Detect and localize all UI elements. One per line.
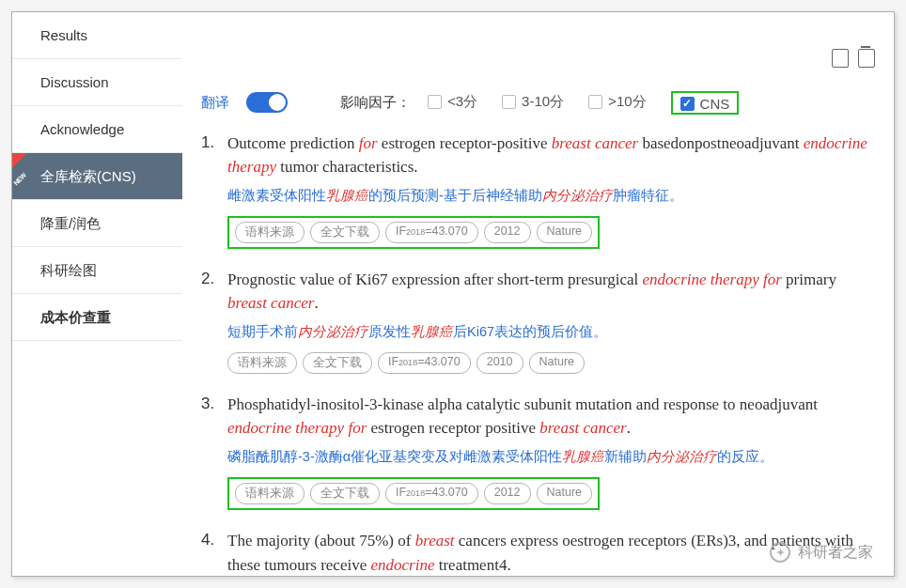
wechat-icon: ✦ — [770, 542, 790, 563]
trash-icon[interactable] — [858, 49, 875, 68]
sidebar: ResultsDiscussionAcknowledge全库检索(CNS)降重/… — [12, 12, 182, 576]
sidebar-item-5[interactable]: 科研绘图 — [12, 247, 182, 294]
result-item: 1.Outcome prediction for estrogen recept… — [201, 132, 875, 249]
app-frame: ResultsDiscussionAcknowledge全库检索(CNS)降重/… — [11, 11, 895, 577]
tag[interactable]: 语料来源 — [235, 222, 305, 243]
result-title[interactable]: Phosphatidyl-inositol-3-kinase alpha cat… — [227, 393, 875, 441]
result-tags: 语料来源全文下载IF2018=43.0702012Nature — [227, 216, 600, 249]
filter-label: <3分 — [447, 93, 477, 111]
result-title[interactable]: Prognostic value of Ki67 expression afte… — [227, 268, 875, 316]
tag[interactable]: IF2018=43.070 — [385, 222, 478, 243]
tag[interactable]: 全文下载 — [310, 222, 380, 243]
sidebar-item-2[interactable]: Acknowledge — [12, 106, 182, 153]
watermark-text: 科研者之家 — [798, 543, 873, 563]
result-title[interactable]: Outcome prediction for estrogen receptor… — [227, 132, 875, 179]
result-translation: 短期手术前内分泌治疗原发性乳腺癌后Ki67表达的预后价值。 — [227, 321, 875, 343]
result-number: 2. — [201, 268, 227, 374]
filter-row: 翻译 影响因子： <3分3-10分>10分✓CNS — [201, 78, 875, 132]
filter-checkbox-1[interactable]: 3-10分 — [502, 93, 564, 111]
translate-toggle[interactable] — [246, 92, 288, 113]
sidebar-item-3[interactable]: 全库检索(CNS) — [12, 153, 182, 200]
top-toolbar — [201, 12, 875, 78]
tag[interactable]: Nature — [537, 483, 593, 504]
tag[interactable]: Nature — [537, 222, 593, 243]
tag[interactable]: IF2018=43.070 — [378, 352, 471, 374]
results-list: 1.Outcome prediction for estrogen recept… — [201, 132, 875, 577]
result-item: 2.Prognostic value of Ki67 expression af… — [201, 268, 875, 374]
sidebar-item-6[interactable]: 成本价查重 — [12, 294, 182, 341]
translate-label: 翻译 — [201, 94, 229, 112]
tag[interactable]: Nature — [529, 352, 586, 374]
tag[interactable]: 2010 — [476, 352, 523, 374]
filter-label: >10分 — [608, 93, 646, 111]
impact-factor-label: 影响因子： — [340, 94, 411, 112]
tag[interactable]: 2012 — [484, 483, 531, 504]
watermark: ✦ 科研者之家 — [770, 542, 873, 563]
tag[interactable]: 全文下载 — [303, 352, 372, 374]
result-tags: 语料来源全文下载IF2018=43.0702012Nature — [227, 477, 600, 510]
copy-icon[interactable] — [832, 49, 849, 68]
result-number: 3. — [201, 393, 227, 510]
tag[interactable]: 全文下载 — [310, 483, 380, 504]
filter-label: 3-10分 — [522, 93, 564, 111]
result-number: 4. — [201, 529, 227, 576]
filter-checkbox-0[interactable]: <3分 — [428, 93, 477, 111]
sidebar-item-4[interactable]: 降重/润色 — [12, 200, 182, 247]
result-translation: 磷脂酰肌醇-3-激酶α催化亚基突变及对雌激素受体阳性乳腺癌新辅助内分泌治疗的反应… — [227, 446, 875, 468]
filter-checkbox-3[interactable]: ✓CNS — [680, 96, 730, 112]
tag[interactable]: 语料来源 — [227, 352, 297, 374]
tag[interactable]: 语料来源 — [235, 483, 305, 504]
sidebar-item-0[interactable]: Results — [12, 12, 182, 59]
main-panel: 翻译 影响因子： <3分3-10分>10分✓CNS 1.Outcome pred… — [182, 12, 894, 576]
filter-label: CNS — [700, 96, 730, 112]
filter-checkbox-2[interactable]: >10分 — [588, 93, 646, 111]
result-translation: 雌激素受体阳性乳腺癌的预后预测-基于后神经辅助内分泌治疗肿瘤特征。 — [227, 185, 875, 207]
tag[interactable]: IF2018=43.070 — [385, 483, 478, 504]
result-tags: 语料来源全文下载IF2018=43.0702010Nature — [227, 352, 875, 374]
result-item: 3.Phosphatidyl-inositol-3-kinase alpha c… — [201, 393, 875, 510]
sidebar-item-1[interactable]: Discussion — [12, 59, 182, 106]
tag[interactable]: 2012 — [484, 222, 531, 243]
result-number: 1. — [201, 132, 227, 249]
